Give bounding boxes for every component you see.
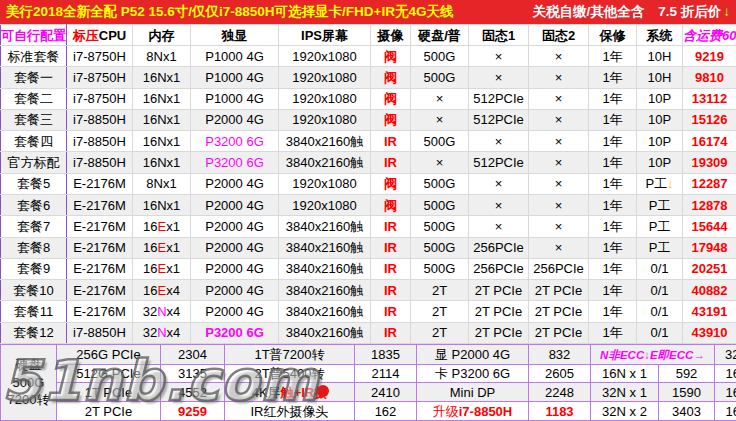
os-cell[interactable]: P工↓ xyxy=(637,173,683,194)
ssd2-header[interactable]: 固态2 xyxy=(529,25,589,46)
camera-cell[interactable]: 阀 xyxy=(371,194,411,215)
upgrade-price-cell[interactable]: 162 xyxy=(355,402,417,421)
upgrade-item-cell[interactable]: 2T PCIe xyxy=(57,402,161,421)
ssd1-cell[interactable]: × xyxy=(469,46,529,67)
hdd-cell[interactable]: 2T xyxy=(411,322,469,343)
config-cell[interactable]: 套餐6 xyxy=(1,194,67,215)
price-cell[interactable]: 12287 xyxy=(683,173,736,194)
gpu-cell[interactable]: P2000 4G xyxy=(191,109,279,130)
upgrade-price-cell[interactable]: 3135 xyxy=(161,364,225,383)
hdd-cell[interactable]: 500G xyxy=(411,67,469,88)
camera-cell[interactable]: IR xyxy=(371,131,411,152)
screen-cell[interactable]: 3840x2160触 xyxy=(279,152,371,173)
hdd-cell[interactable]: 2T xyxy=(411,280,469,301)
upgrade-item-cell[interactable]: 256G PCIe xyxy=(57,345,161,365)
os-cell[interactable]: 10P xyxy=(637,152,683,173)
upgrade-item-cell[interactable]: 2T普5400转 xyxy=(225,364,355,383)
upgrade-price-cell[interactable]: 592 xyxy=(659,364,715,383)
upgrade-item-cell[interactable]: 1T普7200转 xyxy=(225,345,355,365)
cpu-cell[interactable]: E-2176M xyxy=(67,173,133,194)
os-cell[interactable]: 0/1 xyxy=(637,301,683,322)
config-cell[interactable]: 套餐11 xyxy=(1,301,67,322)
upgrade-price-cell[interactable]: 1183 xyxy=(529,402,591,421)
ram-cell[interactable]: 16Nx1 xyxy=(133,109,191,130)
warranty-cell[interactable]: 1年 xyxy=(589,131,637,152)
ssd1-cell[interactable]: × xyxy=(469,67,529,88)
warranty-cell[interactable]: 1年 xyxy=(589,258,637,279)
os-cell[interactable]: 0/1 xyxy=(637,322,683,343)
upgrade-price-cell[interactable]: 2410 xyxy=(355,383,417,402)
ssd1-cell[interactable]: 256PCIe xyxy=(469,237,529,258)
upgrade-price-cell[interactable]: 1590 xyxy=(659,383,715,402)
upgrade-item-cell[interactable]: 16E x 1 xyxy=(715,364,736,383)
screen-cell[interactable]: 3840x2160触 xyxy=(279,322,371,343)
config-cell[interactable]: 套餐二 xyxy=(1,88,67,109)
gpu-cell[interactable]: P1000 4G xyxy=(191,46,279,67)
config-cell[interactable]: 标准套餐 xyxy=(1,46,67,67)
ram-cell[interactable]: 32Nx4 xyxy=(133,301,191,322)
gpu-cell[interactable]: P3200 6G xyxy=(191,152,279,173)
upgrade-item-cell[interactable]: 32N x 2 xyxy=(591,402,659,421)
gpu-cell[interactable]: P2000 4G xyxy=(191,237,279,258)
screen-cell[interactable]: 1920x1080 xyxy=(279,88,371,109)
warranty-cell[interactable]: 1年 xyxy=(589,173,637,194)
config-cell[interactable]: 套餐12 xyxy=(1,322,67,343)
ssd2-cell[interactable]: × xyxy=(529,173,589,194)
warranty-cell[interactable]: 1年 xyxy=(589,194,637,215)
camera-cell[interactable]: 阀 xyxy=(371,88,411,109)
upgrade-price-cell[interactable]: 2304 xyxy=(161,345,225,365)
os-cell[interactable]: P工 xyxy=(637,237,683,258)
config-header[interactable]: 可自行配置 xyxy=(1,25,67,46)
cpu-cell[interactable]: i7-8750H xyxy=(67,88,133,109)
upgrade-price-cell[interactable]: 832 xyxy=(529,345,591,365)
price-cell[interactable]: 17948 xyxy=(683,237,736,258)
cpu-cell[interactable]: E-2176M xyxy=(67,280,133,301)
price-cell[interactable]: 16174 xyxy=(683,131,736,152)
ram-cell[interactable]: 16Ex1 xyxy=(133,216,191,237)
upgrade-item-cell[interactable]: 4K屏触+IR摄 xyxy=(225,383,355,402)
upgrade-price-cell[interactable]: 2114 xyxy=(355,364,417,383)
ssd2-cell[interactable]: × xyxy=(529,109,589,130)
screen-cell[interactable]: 1920x1080 xyxy=(279,67,371,88)
screen-cell[interactable]: 1920x1080 xyxy=(279,46,371,67)
screen-cell[interactable]: 3840x2160触 xyxy=(279,301,371,322)
ssd1-cell[interactable]: 512PCIe xyxy=(469,88,529,109)
cpu-cell[interactable]: E-2176M xyxy=(67,237,133,258)
cpu-cell[interactable]: i7-8850H xyxy=(67,152,133,173)
gpu-cell[interactable]: P2000 4G xyxy=(191,173,279,194)
price-cell[interactable]: 12878 xyxy=(683,194,736,215)
ram-header[interactable]: 内存 xyxy=(133,25,191,46)
os-cell[interactable]: 0/1 xyxy=(637,280,683,301)
price-header[interactable]: 含运费600 xyxy=(683,25,736,46)
camera-cell[interactable]: 阀 xyxy=(371,173,411,194)
cpu-cell[interactable]: i7-8850H xyxy=(67,109,133,130)
price-cell[interactable]: 19309 xyxy=(683,152,736,173)
ssd1-cell[interactable]: 512PCIe xyxy=(469,152,529,173)
upgrade-item-cell[interactable]: 卡 P3200 6G xyxy=(417,364,529,383)
ram-cell[interactable]: 16Ex4 xyxy=(133,280,191,301)
ssd2-cell[interactable]: × xyxy=(529,194,589,215)
upgrade-price-cell[interactable]: 3403 xyxy=(659,402,715,421)
ram-cell[interactable]: 16Nx1 xyxy=(133,67,191,88)
hdd-cell[interactable]: 500G xyxy=(411,194,469,215)
price-cell[interactable]: 43191 xyxy=(683,301,736,322)
gpu-cell[interactable]: P1000 4G xyxy=(191,88,279,109)
gpu-cell[interactable]: P3200 6G xyxy=(191,322,279,343)
os-cell[interactable]: 10H xyxy=(637,46,683,67)
price-cell[interactable]: 15126 xyxy=(683,109,736,130)
ssd1-cell[interactable]: 512PCIe xyxy=(469,109,529,130)
gpu-cell[interactable]: P2000 4G xyxy=(191,216,279,237)
hdd-cell[interactable]: 500G xyxy=(411,173,469,194)
hdd-cell[interactable]: 500G xyxy=(411,131,469,152)
camera-cell[interactable]: 阀 xyxy=(371,46,411,67)
upgrade-item-cell[interactable]: 升级i7-8850H xyxy=(417,402,529,421)
hdd-cell[interactable]: 500G xyxy=(411,258,469,279)
ssd2-cell[interactable]: × xyxy=(529,88,589,109)
config-cell[interactable]: 套餐四 xyxy=(1,131,67,152)
upgrade-item-cell[interactable]: 512G PCIe xyxy=(57,364,161,383)
cpu-cell[interactable]: E-2176M xyxy=(67,194,133,215)
price-cell[interactable]: 43910 xyxy=(683,322,736,343)
camera-cell[interactable]: 阀 xyxy=(371,67,411,88)
upgrade-item-cell[interactable]: 16E x 4 xyxy=(715,402,736,421)
ram-cell[interactable]: 16Ex1 xyxy=(133,237,191,258)
